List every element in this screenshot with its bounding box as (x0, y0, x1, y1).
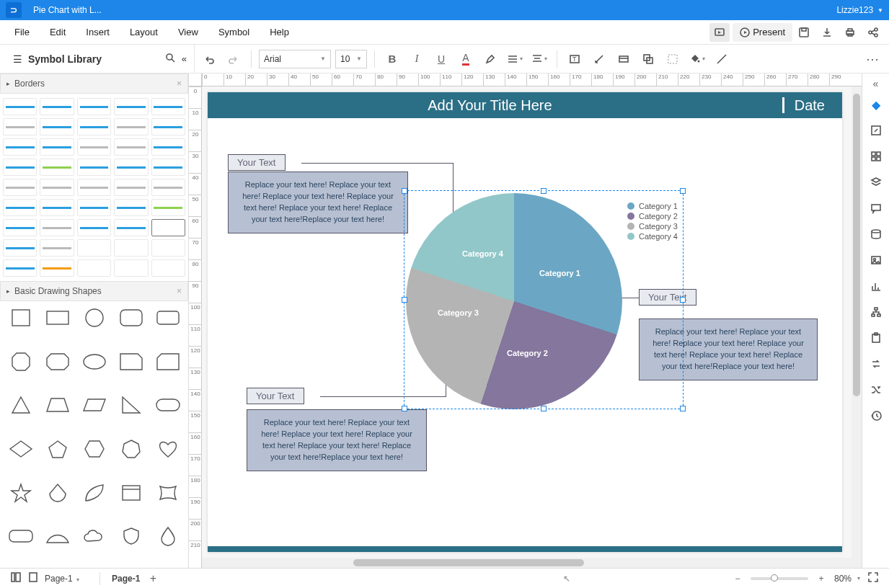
shape-hexagon[interactable] (78, 437, 110, 461)
border-thumb[interactable] (3, 118, 37, 135)
border-thumb[interactable] (40, 138, 74, 156)
zoom-in-button[interactable]: + (813, 574, 830, 584)
shape-star[interactable] (4, 481, 37, 505)
menu-file[interactable]: File (4, 20, 40, 44)
callout-tl-body[interactable]: Replace your text here! Replace your tex… (228, 172, 408, 233)
close-icon[interactable]: × (177, 286, 182, 296)
shape-shield[interactable] (115, 524, 147, 548)
pie-chart[interactable]: Category 1 Category 2 Category 3 Categor… (406, 193, 622, 409)
border-thumb[interactable] (114, 199, 148, 216)
menu-layout[interactable]: Layout (120, 20, 168, 44)
border-thumb[interactable] (3, 199, 37, 216)
border-thumb[interactable] (151, 138, 185, 156)
menu-help[interactable]: Help (260, 20, 299, 44)
border-thumb[interactable] (3, 159, 37, 176)
border-thumb[interactable] (40, 239, 74, 257)
italic-icon[interactable]: I (407, 49, 427, 69)
border-thumb[interactable] (40, 259, 74, 277)
fill-icon[interactable]: ▾ (687, 49, 707, 69)
page-select[interactable]: Page-1 ▾ (42, 574, 94, 584)
connector-icon[interactable] (589, 49, 609, 69)
border-thumb[interactable] (40, 98, 74, 115)
category-shapes[interactable]: ▸ Basic Drawing Shapes × (0, 281, 188, 301)
shape-pill[interactable] (151, 393, 184, 417)
undo-icon[interactable] (199, 49, 219, 69)
border-thumb[interactable] (114, 179, 148, 196)
zoom-slider[interactable] (751, 577, 808, 580)
share-icon[interactable] (862, 23, 885, 42)
border-thumb[interactable] (151, 199, 185, 216)
underline-icon[interactable]: U (431, 49, 451, 69)
border-thumb[interactable] (40, 118, 74, 135)
border-thumb[interactable] (40, 199, 74, 216)
app-logo-icon[interactable]: ⊃ (6, 2, 22, 18)
present-button[interactable]: Present (733, 23, 792, 42)
category-borders[interactable]: ▸ Borders × (0, 74, 188, 94)
right-panel-collapse-icon[interactable]: « (862, 78, 889, 91)
border-thumb[interactable] (3, 219, 37, 236)
slideshow-settings-button[interactable] (709, 23, 730, 42)
stroke-icon[interactable] (712, 49, 732, 69)
chart-panel-icon[interactable] (865, 275, 887, 297)
shape-drop[interactable] (41, 481, 74, 505)
vertical-scrollbar[interactable] (852, 86, 862, 558)
clipboard-panel-icon[interactable] (865, 327, 887, 349)
data-panel-icon[interactable] (865, 223, 887, 245)
canvas[interactable]: 0102030405060708090100110120130140150160… (189, 74, 862, 568)
border-thumb[interactable] (151, 159, 185, 176)
menu-insert[interactable]: Insert (76, 20, 120, 44)
shape-cushion[interactable] (151, 481, 184, 505)
callout-bl-label[interactable]: Your Text (247, 388, 304, 404)
more-icon[interactable]: ⋯ (863, 49, 883, 69)
border-thumb[interactable] (77, 118, 111, 135)
callout-r-body[interactable]: Replace your text here! Replace your tex… (639, 318, 818, 380)
page-header[interactable]: Add Your Title Here Date (208, 92, 842, 118)
menu-symbol[interactable]: Symbol (208, 20, 260, 44)
border-thumb[interactable] (77, 138, 111, 156)
shape-trapezoid[interactable] (41, 393, 74, 417)
shape-cutcorner[interactable] (115, 349, 147, 374)
border-thumb[interactable] (77, 239, 111, 257)
shape-rect[interactable] (41, 306, 74, 330)
border-thumb[interactable] (151, 219, 185, 236)
font-color-icon[interactable]: A (456, 49, 476, 69)
menu-view[interactable]: View (168, 20, 208, 44)
outline-icon[interactable] (7, 571, 25, 585)
swap-panel-icon[interactable] (865, 353, 887, 375)
border-thumb[interactable] (77, 159, 111, 176)
border-thumb[interactable] (77, 219, 111, 236)
shape-stadium2[interactable] (4, 524, 37, 548)
shape-rounded2[interactable] (151, 306, 184, 330)
border-thumb[interactable] (3, 239, 37, 257)
export-panel-icon[interactable] (865, 120, 887, 141)
font-size-select[interactable]: 10▼ (335, 50, 367, 68)
shape-parallelogram[interactable] (78, 393, 110, 417)
shape-circle[interactable] (78, 306, 110, 330)
style-panel-icon[interactable]: ◆ (865, 94, 887, 115)
border-thumb[interactable] (151, 239, 185, 257)
shape-heart[interactable] (151, 437, 184, 461)
history-panel-icon[interactable] (865, 405, 887, 427)
comments-panel-icon[interactable] (865, 197, 887, 219)
library-collapse-icon[interactable]: « (182, 53, 187, 64)
border-thumb[interactable] (40, 159, 74, 176)
scrollbar-thumb[interactable] (353, 559, 584, 566)
layers-panel-icon[interactable] (865, 172, 887, 193)
close-icon[interactable]: × (177, 79, 182, 89)
library-search-icon[interactable] (164, 52, 176, 66)
container-icon[interactable] (614, 49, 634, 69)
shape-triangle[interactable] (4, 393, 37, 417)
border-thumb[interactable] (114, 239, 148, 257)
border-thumb[interactable] (3, 259, 37, 277)
shuffle-panel-icon[interactable] (865, 379, 887, 401)
shape-square[interactable] (4, 306, 37, 330)
border-thumb[interactable] (3, 179, 37, 196)
border-thumb[interactable] (77, 179, 111, 196)
shape-octagon[interactable] (4, 349, 37, 374)
pie[interactable]: Category 1 Category 2 Category 3 Categor… (406, 193, 622, 409)
border-thumb[interactable] (77, 98, 111, 115)
menu-edit[interactable]: Edit (40, 20, 76, 44)
border-thumb[interactable] (151, 118, 185, 135)
shape-ellipse[interactable] (78, 349, 110, 374)
border-thumb[interactable] (151, 98, 185, 115)
